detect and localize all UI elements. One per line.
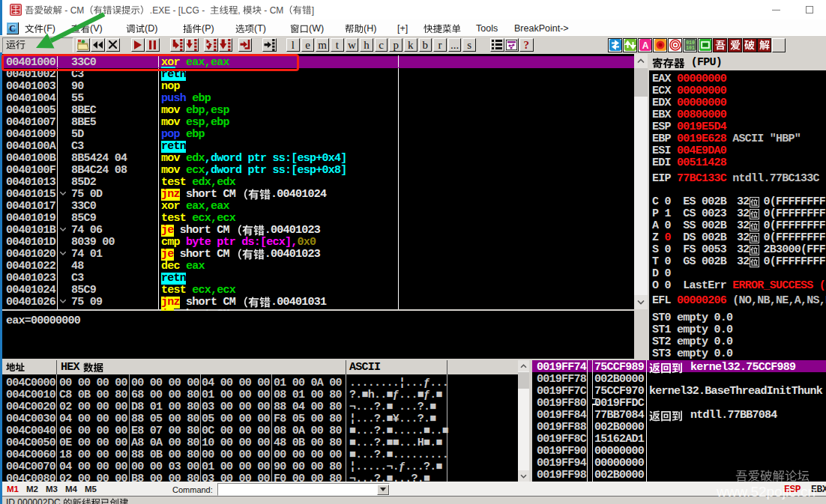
svg-text:101: 101 — [686, 46, 695, 51]
svg-text:C: C — [9, 23, 16, 34]
svg-text:A: A — [642, 40, 648, 51]
svg-text:010: 010 — [686, 40, 695, 46]
